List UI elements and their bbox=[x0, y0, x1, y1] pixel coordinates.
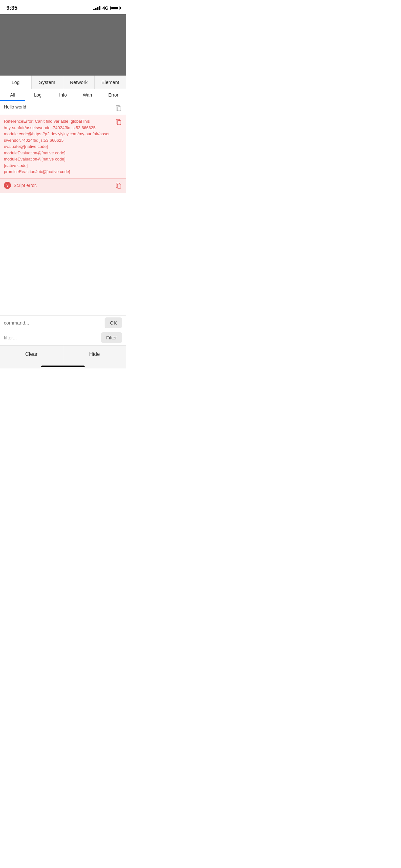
tab-log[interactable]: Log bbox=[0, 75, 32, 89]
bottom-inputs: OK Filter bbox=[0, 315, 126, 345]
battery-icon bbox=[111, 6, 120, 10]
sub-tab-error[interactable]: Error bbox=[101, 89, 126, 101]
tab-element[interactable]: Element bbox=[95, 75, 126, 89]
sub-tab-warn[interactable]: Warn bbox=[75, 89, 101, 101]
copy-icon-script[interactable] bbox=[115, 182, 122, 189]
svg-rect-0 bbox=[117, 106, 121, 111]
svg-rect-1 bbox=[117, 120, 121, 125]
copy-icon[interactable] bbox=[115, 104, 122, 112]
command-input[interactable] bbox=[4, 315, 102, 330]
status-time: 9:35 bbox=[6, 5, 18, 11]
log-entry-script-error: 3 Script error. bbox=[0, 179, 126, 192]
sub-tab-bar: All Log Info Warn Error bbox=[0, 89, 126, 101]
ok-button[interactable]: OK bbox=[104, 317, 122, 328]
copy-icon-error[interactable] bbox=[115, 118, 122, 125]
clear-button[interactable]: Clear bbox=[0, 345, 63, 363]
filter-input[interactable] bbox=[4, 330, 98, 345]
svg-rect-2 bbox=[117, 184, 121, 188]
log-content: Hello world ReferenceError: Can't find v… bbox=[0, 101, 126, 315]
log-entry-error: ReferenceError: Can't find variable: glo… bbox=[0, 115, 126, 179]
signal-icon bbox=[93, 6, 100, 10]
command-row: OK bbox=[0, 315, 126, 330]
home-indicator bbox=[0, 363, 126, 368]
filter-row: Filter bbox=[0, 330, 126, 345]
status-bar: 9:35 4G bbox=[0, 0, 126, 14]
tab-system[interactable]: System bbox=[32, 75, 63, 89]
home-bar bbox=[41, 366, 85, 367]
main-tab-bar: Log System Network Element bbox=[0, 75, 126, 89]
preview-area bbox=[0, 14, 126, 75]
hide-button[interactable]: Hide bbox=[63, 345, 126, 363]
error-count-badge: 3 bbox=[4, 182, 11, 189]
sub-tab-log[interactable]: Log bbox=[25, 89, 50, 101]
sub-tab-all[interactable]: All bbox=[0, 89, 25, 101]
network-type: 4G bbox=[102, 5, 109, 11]
status-icons: 4G bbox=[93, 5, 120, 11]
filter-button[interactable]: Filter bbox=[101, 332, 122, 343]
sub-tab-info[interactable]: Info bbox=[50, 89, 75, 101]
log-entry-hello: Hello world bbox=[0, 101, 126, 115]
tab-network[interactable]: Network bbox=[63, 75, 95, 89]
bottom-action-bar: Clear Hide bbox=[0, 345, 126, 363]
empty-log-area bbox=[0, 192, 126, 315]
